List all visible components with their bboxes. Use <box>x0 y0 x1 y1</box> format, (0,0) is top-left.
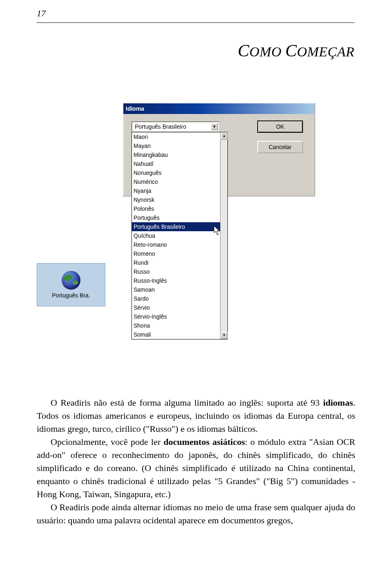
scroll-down-icon[interactable]: ▼ <box>220 332 228 339</box>
dialog-title: Idioma <box>126 105 144 112</box>
dropdown-option[interactable]: Reto-romano <box>132 240 220 249</box>
dropdown-option[interactable]: Somali <box>132 330 220 339</box>
language-combobox[interactable]: Português Brasileiro ▼ <box>131 121 220 132</box>
dropdown-option[interactable]: Português Brasileiro <box>132 222 220 231</box>
cap1: C <box>238 41 249 60</box>
dropdown-option[interactable]: Rundi <box>132 258 220 267</box>
language-toolbar-label: Português Bra. <box>52 292 90 299</box>
ok-button[interactable]: OK <box>257 121 303 133</box>
dropdown-option[interactable]: Russo-Inglês <box>132 276 220 285</box>
paragraph-1: O Readiris não está de forma alguma limi… <box>37 396 355 435</box>
dropdown-option[interactable]: Nahuatl <box>132 159 220 168</box>
cap2: C <box>285 41 297 60</box>
language-dropdown-list[interactable]: MaoriMayanMinangkabauNahuatlNorueguêsNum… <box>131 132 228 339</box>
dropdown-option[interactable]: Sérvio-Inglês <box>132 312 220 321</box>
dropdown-option[interactable]: Sérvio <box>132 303 220 312</box>
combobox-value: Português Brasileiro <box>135 123 186 130</box>
paragraph-2: Opcionalmente, você pode ler documentos … <box>37 435 355 501</box>
dropdown-option[interactable]: Português <box>132 213 220 222</box>
dropdown-option[interactable]: Nynorsk <box>132 195 220 204</box>
dialog-frame: Idioma Português Brasileiro ▼ OK Cancela… <box>122 103 315 196</box>
p2b: documentos asiáticos <box>164 437 245 447</box>
page-number: 17 <box>37 8 46 19</box>
paragraph-3: O Readiris pode ainda alternar idiomas n… <box>37 501 355 527</box>
chapter-title: COMO COMEÇAR <box>238 41 354 60</box>
header-rule <box>37 22 354 23</box>
scrollbar[interactable]: ▲ ▼ <box>220 132 227 339</box>
rest2: OMEÇAR <box>297 44 354 59</box>
p1a: O Readiris não está de forma alguma limi… <box>51 397 323 408</box>
dropdown-option[interactable]: Russo <box>132 267 220 276</box>
dropdown-option[interactable]: Minangkabau <box>132 150 220 159</box>
dialog-titlebar[interactable]: Idioma <box>123 103 314 114</box>
dropdown-option[interactable]: Quíchua <box>132 231 220 240</box>
p1b: idiomas <box>323 397 353 408</box>
scroll-track[interactable] <box>220 140 227 332</box>
p2a: Opcionalmente, você pode ler <box>51 437 164 447</box>
p3: O Readiris pode ainda alternar idiomas n… <box>37 502 355 525</box>
scroll-up-icon[interactable]: ▲ <box>220 132 228 140</box>
dropdown-option[interactable]: Polonês <box>132 204 220 213</box>
body-text: O Readiris não está de forma alguma limi… <box>37 396 355 527</box>
dropdown-option[interactable]: Nyanja <box>132 186 220 195</box>
dropdown-option[interactable]: Maori <box>132 132 220 141</box>
language-dialog: Idioma Português Brasileiro ▼ OK Cancela… <box>122 103 315 196</box>
chevron-down-icon[interactable]: ▼ <box>211 123 218 130</box>
dropdown-option[interactable]: Romeno <box>132 249 220 258</box>
dropdown-option[interactable]: Norueguês <box>132 168 220 177</box>
dropdown-option[interactable]: Sardo <box>132 294 220 303</box>
language-toolbar-button[interactable]: Português Bra. <box>37 263 105 306</box>
cancel-button[interactable]: Cancelar <box>257 141 303 153</box>
dropdown-option[interactable]: Samoan <box>132 285 220 294</box>
dropdown-option[interactable]: Shona <box>132 321 220 330</box>
globe-icon <box>62 271 80 290</box>
rest1: OMO <box>249 44 282 59</box>
dropdown-option[interactable]: Mayan <box>132 141 220 150</box>
dropdown-option[interactable]: Numérico <box>132 177 220 186</box>
